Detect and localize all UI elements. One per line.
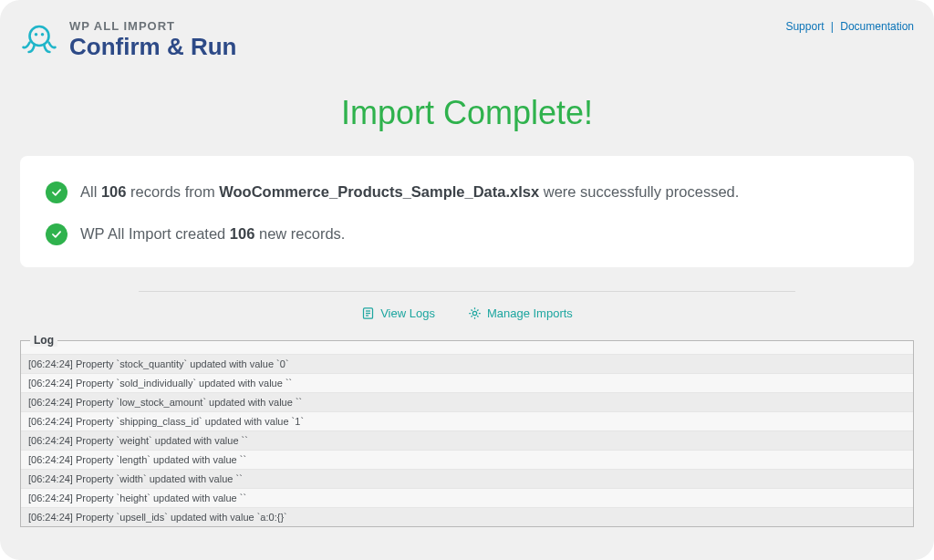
check-icon <box>46 181 67 203</box>
link-separator: | <box>831 20 834 33</box>
manage-imports-label: Manage Imports <box>487 306 573 320</box>
svg-point-7 <box>472 311 476 315</box>
log-panel: Log [06:24:24] Property `stock_quantity`… <box>20 340 914 527</box>
summary-text-processed: All 106 records from WooCommerce_Product… <box>80 183 739 201</box>
app-window: WP ALL IMPORT Confirm & Run Support | Do… <box>0 0 934 560</box>
gear-icon <box>468 306 482 320</box>
log-line: [06:24:24] Property `shipping_class_id` … <box>21 411 913 430</box>
log-line: [06:24:24] Property `length` updated wit… <box>21 450 913 469</box>
summary-row-created: WP All Import created 106 new records. <box>46 223 888 245</box>
view-logs-label: View Logs <box>380 306 435 320</box>
log-line: [06:24:24] Property `height` updated wit… <box>21 488 913 507</box>
manage-imports-link[interactable]: Manage Imports <box>468 306 573 320</box>
octopus-logo-icon <box>20 20 58 58</box>
check-icon <box>46 223 67 245</box>
divider <box>139 291 795 292</box>
log-line: [06:24:24] Property `low_stock_amount` u… <box>21 392 913 411</box>
svg-point-2 <box>41 33 45 36</box>
list-icon <box>361 306 375 320</box>
log-line: [06:24:24] Property `stock_quantity` upd… <box>21 354 913 373</box>
page-title: Confirm & Run <box>69 35 236 59</box>
headline-complete: Import Complete! <box>20 94 914 132</box>
svg-point-1 <box>35 33 38 36</box>
brand: WP ALL IMPORT Confirm & Run <box>20 20 236 59</box>
log-line: [06:24:24] Property `upsell_ids` updated… <box>21 507 913 526</box>
view-logs-link[interactable]: View Logs <box>361 306 435 320</box>
log-line: [06:24:24] Property `weight` updated wit… <box>21 430 913 450</box>
brand-subtitle: WP ALL IMPORT <box>69 20 236 33</box>
svg-point-0 <box>30 26 49 46</box>
log-line: [06:24:24] Property `sold_individually` … <box>21 373 913 392</box>
log-lines[interactable]: [06:24:24] Property `stock_quantity` upd… <box>21 341 913 526</box>
summary-text-created: WP All Import created 106 new records. <box>80 225 345 243</box>
log-title: Log <box>30 334 57 347</box>
summary-row-processed: All 106 records from WooCommerce_Product… <box>46 181 888 203</box>
top-links: Support | Documentation <box>785 20 914 33</box>
log-line: [06:24:24] Property `width` updated with… <box>21 469 913 488</box>
documentation-link[interactable]: Documentation <box>840 20 914 33</box>
top-bar: WP ALL IMPORT Confirm & Run Support | Do… <box>20 20 914 59</box>
support-link[interactable]: Support <box>785 20 824 33</box>
action-row: View Logs Manage Imports <box>20 306 914 320</box>
summary-card: All 106 records from WooCommerce_Product… <box>20 156 914 267</box>
